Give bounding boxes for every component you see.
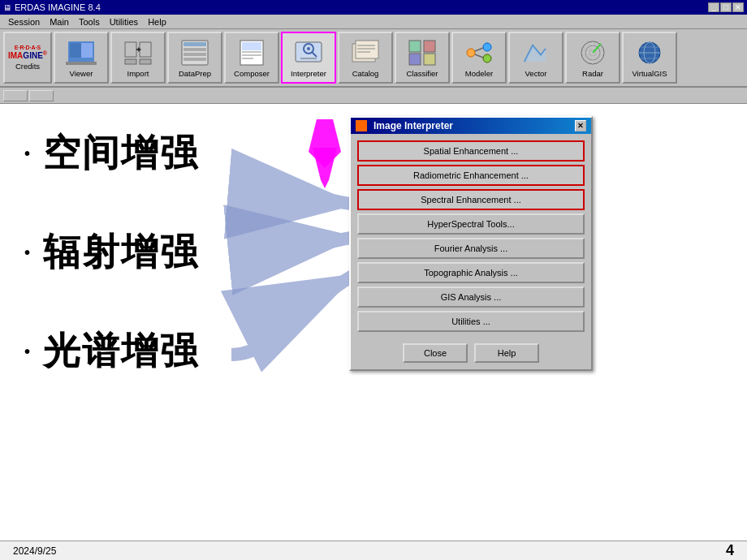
- main-toolbar: E·R·D·A·S IMAGINE® Credits Viewer: [0, 29, 747, 88]
- bullet-item-2: • 辐射增强: [24, 227, 199, 278]
- dialog-title-icon: [356, 120, 367, 131]
- date-label: 2024/9/25: [13, 545, 56, 557]
- composer-label: Composer: [234, 69, 270, 78]
- svg-rect-10: [184, 42, 206, 46]
- interpreter-label: Interpreter: [291, 69, 326, 78]
- utilities-button[interactable]: Utilities ...: [357, 311, 585, 332]
- minimize-button[interactable]: _: [708, 2, 719, 12]
- bullet-item-1: • 空间增强: [24, 128, 199, 179]
- help-button[interactable]: Help: [474, 343, 539, 363]
- composer-icon: [235, 38, 268, 67]
- title-controls[interactable]: _ □ ✕: [708, 2, 744, 12]
- close-button[interactable]: Close: [403, 343, 468, 363]
- bullet-text-3: 光谱增强: [43, 326, 199, 377]
- bullet-list: • 空间增强 • 辐射增强 • 光谱增强: [24, 128, 199, 425]
- interpreter-button[interactable]: Interpreter: [281, 32, 336, 84]
- catalog-button[interactable]: Catalog: [338, 32, 393, 84]
- title-bar-left: 🖥 ERDAS IMAGINE 8.4: [3, 2, 101, 12]
- svg-line-37: [475, 54, 483, 58]
- svg-point-21: [307, 47, 310, 50]
- dialog-title-bar: Image Interpreter ✕: [351, 118, 591, 134]
- dataprep-button[interactable]: DataPrep: [167, 32, 222, 84]
- vector-icon: [520, 38, 552, 67]
- catalog-icon: [349, 38, 382, 67]
- spectral-enhancement-button[interactable]: Spectral Enhancement ...: [357, 189, 585, 210]
- toolbar2-btn2[interactable]: [29, 90, 54, 101]
- maximize-button[interactable]: □: [720, 2, 732, 12]
- svg-rect-12: [184, 53, 206, 56]
- virtualgis-button[interactable]: VirtualGIS: [622, 32, 677, 84]
- bullet-item-3: • 光谱增强: [24, 326, 199, 377]
- vector-label: Vector: [525, 69, 547, 78]
- svg-point-34: [483, 43, 491, 51]
- dialog-close-button[interactable]: ✕: [575, 120, 586, 131]
- virtualgis-label: VirtualGIS: [632, 69, 667, 78]
- window-title: ERDAS IMAGINE 8.4: [15, 2, 101, 12]
- radar-button[interactable]: Radar: [565, 32, 620, 84]
- dialog-title-text: Image Interpreter: [374, 120, 453, 131]
- svg-rect-29: [409, 41, 421, 52]
- svg-point-33: [467, 49, 475, 57]
- import-button[interactable]: Import: [110, 32, 166, 84]
- bottom-bar: 2024/9/25 4: [0, 541, 747, 560]
- toolbar2-btn1[interactable]: [3, 90, 28, 101]
- composer-button[interactable]: Composer: [224, 32, 279, 84]
- classifier-icon: [406, 38, 438, 67]
- import-label: Import: [127, 69, 149, 78]
- main-content: • 空间增强 • 辐射增强 • 光谱增强: [0, 104, 747, 541]
- dialog-body: Spatial Enhancement ... Radiometric Enha…: [351, 134, 591, 338]
- viewer-label: Viewer: [70, 69, 93, 78]
- image-interpreter-dialog: Image Interpreter ✕ Spatial Enhancement …: [349, 116, 593, 371]
- gis-analysis-button[interactable]: GIS Analysis ...: [357, 286, 585, 308]
- svg-rect-7: [125, 59, 136, 64]
- vector-button[interactable]: Vector: [508, 32, 563, 84]
- menu-bar: Session Main Tools Utilities Help: [0, 15, 747, 29]
- modeler-label: Modeler: [465, 69, 493, 78]
- svg-marker-49: [313, 148, 337, 188]
- viewer-icon: [65, 38, 97, 67]
- svg-rect-15: [242, 42, 261, 50]
- svg-rect-25: [356, 41, 378, 58]
- modeler-button[interactable]: Modeler: [451, 32, 507, 84]
- menu-main[interactable]: Main: [45, 16, 74, 28]
- dialog-footer: Close Help: [351, 338, 591, 369]
- svg-point-35: [483, 54, 491, 62]
- credits-button[interactable]: E·R·D·A·S IMAGINE® Credits: [3, 32, 52, 84]
- dataprep-icon: [179, 38, 211, 67]
- title-bar: 🖥 ERDAS IMAGINE 8.4 _ □ ✕: [0, 0, 747, 15]
- modeler-icon: [463, 38, 495, 67]
- svg-rect-32: [424, 54, 435, 65]
- svg-rect-3: [66, 62, 97, 65]
- spatial-enhancement-button[interactable]: Spatial Enhancement ...: [357, 140, 585, 162]
- credits-label: Credits: [15, 62, 40, 71]
- radar-icon: [576, 38, 609, 67]
- bullet-dot-3: •: [24, 342, 30, 361]
- dataprep-label: DataPrep: [179, 69, 211, 78]
- svg-marker-48: [309, 119, 341, 168]
- menu-session[interactable]: Session: [3, 16, 45, 28]
- topographic-analysis-button[interactable]: Topographic Analysis ...: [357, 262, 585, 283]
- page-number: 4: [726, 542, 734, 559]
- bullet-text-1: 空间增强: [43, 128, 199, 179]
- classifier-button[interactable]: Classifier: [395, 32, 450, 84]
- bullet-dot-1: •: [24, 144, 30, 163]
- menu-utilities[interactable]: Utilities: [105, 16, 143, 28]
- svg-rect-8: [140, 59, 151, 64]
- virtualgis-icon: [633, 38, 666, 67]
- svg-rect-2: [70, 43, 81, 58]
- radar-label: Radar: [582, 69, 603, 78]
- radiometric-enhancement-button[interactable]: Radiometric Enhancement ...: [357, 165, 585, 186]
- secondary-toolbar: [0, 88, 747, 104]
- svg-rect-4: [125, 42, 136, 57]
- interpreter-icon: [292, 38, 325, 67]
- classifier-label: Classifier: [406, 69, 438, 78]
- menu-tools[interactable]: Tools: [74, 16, 105, 28]
- svg-line-36: [475, 48, 483, 51]
- viewer-button[interactable]: Viewer: [54, 32, 109, 84]
- svg-rect-31: [409, 54, 421, 65]
- fourier-analysis-button[interactable]: Fourier Analysis ...: [357, 238, 585, 259]
- hyperspectral-tools-button[interactable]: HyperSpectral Tools...: [357, 213, 585, 235]
- close-window-button[interactable]: ✕: [732, 2, 744, 12]
- menu-help[interactable]: Help: [143, 16, 171, 28]
- import-icon: [122, 38, 154, 67]
